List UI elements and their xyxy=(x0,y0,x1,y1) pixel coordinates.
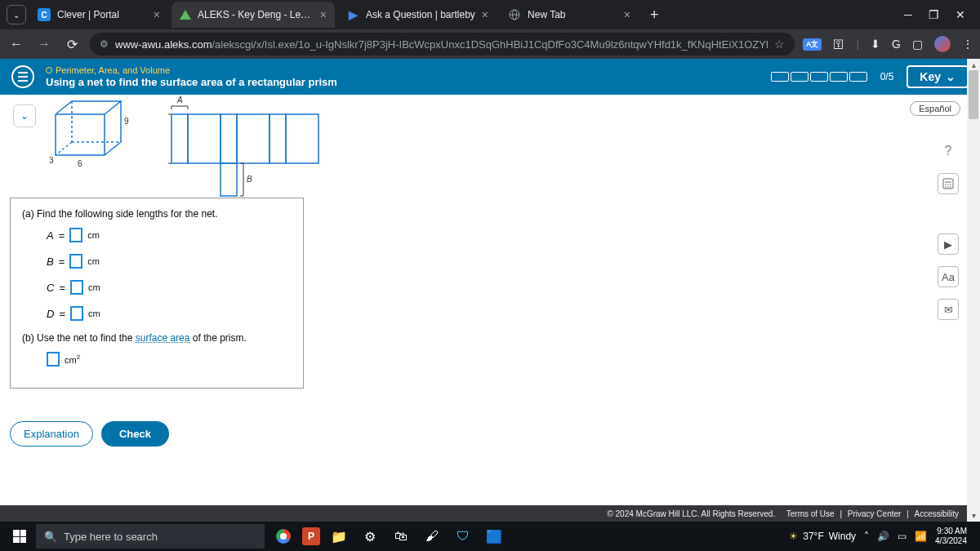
answer-input-d[interactable] xyxy=(70,306,83,321)
windows-taskbar: 🔍 Type here to search P 📁 ⚙ 🛍 🖌 🛡 🟦 ☀ 37… xyxy=(0,522,980,551)
globe-icon xyxy=(508,8,521,21)
menu-button[interactable] xyxy=(11,65,34,88)
var-label: C xyxy=(47,282,54,294)
page-scrollbar[interactable]: ▴ ▾ xyxy=(967,59,980,522)
browser-tab-strip: ⌄ C Clever | Portal × ALEKS - Key Deng -… xyxy=(0,0,980,29)
close-icon[interactable]: × xyxy=(624,8,630,21)
start-button[interactable] xyxy=(5,522,34,551)
scroll-thumb[interactable] xyxy=(969,70,978,119)
battery-icon[interactable]: ▭ xyxy=(898,531,906,542)
tab-title: ALEKS - Key Deng - Learn xyxy=(198,9,314,20)
terms-link[interactable]: Terms of Use xyxy=(786,509,835,518)
separator: | xyxy=(856,38,859,51)
svg-line-4 xyxy=(56,142,72,155)
glossary-link[interactable]: surface area xyxy=(136,332,190,344)
accessibility-link[interactable]: Accessibility xyxy=(915,509,959,518)
settings-app-icon[interactable]: ⚙ xyxy=(358,524,382,549)
tab-clever[interactable]: C Clever | Portal × xyxy=(29,2,168,28)
part-b-suffix: of the prism. xyxy=(189,332,246,344)
var-label: D xyxy=(47,308,54,320)
svg-rect-9 xyxy=(237,114,270,163)
answer-input-a[interactable] xyxy=(69,228,82,242)
reload-button[interactable]: ⟳ xyxy=(62,37,82,52)
svg-point-30 xyxy=(950,186,951,188)
label-depth: 3 xyxy=(49,156,54,165)
tab-bartleby[interactable]: ▶ Ask a Question | bartleby × xyxy=(338,2,497,28)
tab-title: New Tab xyxy=(528,9,617,20)
close-icon[interactable]: × xyxy=(482,8,488,21)
wifi-icon[interactable]: 📶 xyxy=(915,531,927,542)
answer-input-b[interactable] xyxy=(69,254,82,269)
help-icon[interactable]: ? xyxy=(938,140,959,162)
file-explorer-icon[interactable]: 📁 xyxy=(327,524,351,549)
maximize-button[interactable]: ❐ xyxy=(929,8,939,21)
video-icon[interactable]: ▶ xyxy=(938,233,959,255)
chrome-app-icon[interactable] xyxy=(271,524,296,549)
translate-icon[interactable]: A文 xyxy=(803,38,822,51)
header-text: Perimeter, Area, and Volume Using a net … xyxy=(46,65,337,88)
breadcrumb[interactable]: Perimeter, Area, and Volume xyxy=(46,65,337,75)
profile-avatar[interactable] xyxy=(934,36,951,52)
side-toolbar: ? ▶ Aa ✉ xyxy=(938,140,959,320)
tab-search-button[interactable]: ⌄ xyxy=(7,5,26,24)
var-label: B xyxy=(47,256,54,268)
privacy-link[interactable]: Privacy Center xyxy=(848,509,902,518)
scroll-up-icon[interactable]: ▴ xyxy=(969,60,978,69)
calculator-icon[interactable] xyxy=(938,173,959,194)
store-app-icon[interactable]: 🛍 xyxy=(389,524,413,549)
unit-label: cm xyxy=(88,309,100,318)
tab-title: Clever | Portal xyxy=(57,9,147,20)
search-icon: 🔍 xyxy=(44,531,57,543)
svg-point-29 xyxy=(947,186,949,188)
tab-aleks[interactable]: ALEKS - Key Deng - Learn × xyxy=(172,2,335,28)
answer-input-c[interactable] xyxy=(70,280,83,295)
tray-chevron-icon[interactable]: ˄ xyxy=(864,531,869,542)
action-buttons: Explanation Check xyxy=(10,421,169,447)
part-a-inputs: A = cm B = cm C = cm D = cm xyxy=(22,228,292,321)
new-tab-button[interactable]: + xyxy=(642,7,667,24)
taskbar-search[interactable]: 🔍 Type here to search xyxy=(36,524,265,549)
close-window-button[interactable]: ✕ xyxy=(956,8,965,21)
back-button[interactable]: ← xyxy=(7,37,26,51)
download-icon[interactable]: ⬇ xyxy=(871,38,880,51)
explanation-button[interactable]: Explanation xyxy=(10,421,93,447)
var-label: A xyxy=(47,229,54,242)
check-button[interactable]: Check xyxy=(101,421,169,447)
minimize-button[interactable]: ─ xyxy=(904,8,912,21)
bookmark-star-icon[interactable]: ☆ xyxy=(774,38,785,51)
tab-newtab[interactable]: New Tab × xyxy=(500,2,639,28)
unit-label: cm2 xyxy=(65,353,80,365)
prism-svg: 3 6 9 xyxy=(49,98,147,180)
google-lens-icon[interactable]: G xyxy=(892,38,901,51)
language-toggle[interactable]: Español xyxy=(910,101,960,116)
close-icon[interactable]: × xyxy=(154,8,160,21)
tab-overview-icon[interactable]: ▢ xyxy=(912,38,923,51)
message-icon[interactable]: ✉ xyxy=(938,299,959,320)
browser-nav-bar: ← → ⟳ ⚙ www-awu.aleks.com/alekscgi/x/Isl… xyxy=(0,29,980,59)
text-size-icon[interactable]: Aa xyxy=(938,266,959,287)
collapse-figure-button[interactable]: ⌄ xyxy=(13,104,36,127)
forward-button[interactable]: → xyxy=(34,37,54,51)
app-icon[interactable]: 🟦 xyxy=(482,524,506,549)
menu-icon[interactable]: ⋮ xyxy=(962,38,973,51)
paint-app-icon[interactable]: 🖌 xyxy=(420,524,444,549)
answer-input-area[interactable] xyxy=(47,352,60,367)
scroll-down-icon[interactable]: ▾ xyxy=(969,511,978,520)
taskbar-clock[interactable]: 9:30 AM 4/3/2024 xyxy=(935,527,967,546)
close-icon[interactable]: × xyxy=(320,8,327,21)
key-button[interactable]: Key ⌄ xyxy=(906,65,969,88)
security-app-icon[interactable]: 🛡 xyxy=(451,524,475,549)
tab-title: Ask a Question | bartleby xyxy=(366,9,475,20)
extensions-icon[interactable]: ⚿ xyxy=(833,38,844,51)
unit-label: cm xyxy=(87,256,100,266)
powerpoint-app-icon[interactable]: P xyxy=(302,527,320,545)
site-info-icon[interactable]: ⚙ xyxy=(100,38,109,50)
system-tray: ☀ 37°F Windy ˄ 🔊 ▭ 📶 9:30 AM 4/3/2024 xyxy=(789,527,975,546)
equals: = xyxy=(59,229,65,242)
address-bar[interactable]: ⚙ www-awu.aleks.com/alekscgi/x/Isl.exe/1… xyxy=(90,33,795,56)
chevron-down-icon: ⌄ xyxy=(946,70,956,83)
bartleby-favicon: ▶ xyxy=(346,8,359,21)
volume-icon[interactable]: 🔊 xyxy=(877,531,889,542)
unit-label: cm xyxy=(88,282,100,292)
weather-widget[interactable]: ☀ 37°F Windy xyxy=(789,531,856,542)
